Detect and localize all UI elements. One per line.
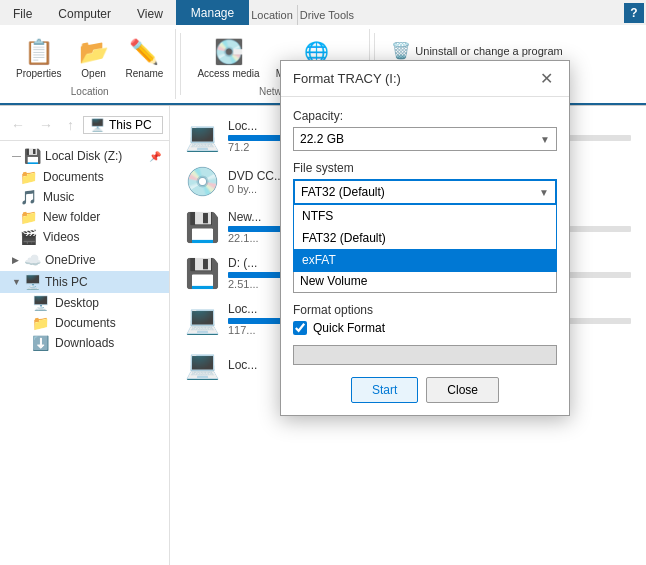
capacity-select[interactable]: 22.2 GB ▼ [293, 127, 557, 151]
filesystem-select-wrapper: FAT32 (Default) ▼ NTFS FAT32 (Default) e… [293, 179, 557, 205]
drive-loc2-icon: 💻 [185, 303, 220, 336]
fs-option-exfat[interactable]: exFAT [294, 249, 556, 271]
filesystem-select[interactable]: FAT32 (Default) ▼ [293, 179, 557, 205]
quick-format-label: Quick Format [313, 321, 385, 335]
expand-icon: — [12, 151, 24, 161]
dialog-body: Capacity: 22.2 GB ▼ File system FAT32 (D… [281, 97, 569, 415]
fs-option-exfat-label: exFAT [302, 253, 336, 267]
fs-option-fat32[interactable]: FAT32 (Default) [294, 227, 556, 249]
quick-format-checkbox[interactable] [293, 321, 307, 335]
this-pc-label: This PC [45, 275, 88, 289]
drive-tools-label: Drive Tools [297, 5, 356, 25]
up-button[interactable]: ↑ [62, 114, 79, 136]
back-button[interactable]: ← [6, 114, 30, 136]
close-button[interactable]: Close [426, 377, 499, 403]
music-label: Music [43, 190, 74, 204]
access-media-icon: 💽 [213, 36, 245, 68]
capacity-arrow-icon: ▼ [540, 134, 550, 145]
rename-icon: ✏️ [128, 36, 160, 68]
videos-label: Videos [43, 230, 79, 244]
new-folder-label: New folder [43, 210, 100, 224]
music-icon: 🎵 [20, 189, 37, 205]
sidebar-item-onedrive[interactable]: ▶ ☁️ OneDrive [0, 249, 169, 271]
tab-manage[interactable]: Manage [176, 0, 249, 25]
sidebar-item-documents2[interactable]: 📁 Documents [0, 313, 169, 333]
onedrive-label: OneDrive [45, 253, 96, 267]
ribbon-group-location: 📋 Properties 📂 Open ✏️ Rename Location [4, 29, 176, 99]
new-folder-icon: 📁 [20, 209, 37, 225]
volume-label-input[interactable] [293, 269, 557, 293]
onedrive-icon: ☁️ [24, 252, 41, 268]
format-options-label: Format options [293, 303, 557, 317]
help-button[interactable]: ? [624, 3, 644, 23]
capacity-select-wrapper: 22.2 GB ▼ [293, 127, 557, 151]
properties-button[interactable]: 📋 Properties [10, 33, 68, 82]
start-button[interactable]: Start [351, 377, 418, 403]
downloads-icon: ⬇️ [32, 335, 49, 351]
fs-option-ntfs-label: NTFS [302, 209, 333, 223]
sidebar-item-this-pc[interactable]: ▼ 🖥️ This PC [0, 271, 169, 293]
filesystem-value: FAT32 (Default) [301, 185, 385, 199]
open-icon: 📂 [78, 36, 110, 68]
documents-icon: 📁 [20, 169, 37, 185]
drive-loc-icon: 💻 [185, 120, 220, 153]
rename-button[interactable]: ✏️ Rename [120, 33, 170, 82]
rename-label: Rename [126, 68, 164, 79]
desktop-label: Desktop [55, 296, 99, 310]
path-text: This PC [109, 118, 152, 132]
dialog-title-bar: Format TRACY (I:) ✕ [281, 61, 569, 97]
forward-button[interactable]: → [34, 114, 58, 136]
sidebar: ← → ↑ 🖥️ This PC — 💾 Local Disk (Z:) 📌 📁… [0, 106, 170, 565]
properties-label: Properties [16, 68, 62, 79]
ribbon-tabs: File Computer View Manage Location Drive… [0, 0, 646, 25]
capacity-label: Capacity: [293, 109, 557, 123]
capacity-value: 22.2 GB [300, 132, 344, 146]
filesystem-dropdown: NTFS FAT32 (Default) exFAT [293, 205, 557, 272]
address-bar[interactable]: 🖥️ This PC [83, 116, 163, 134]
filesystem-group: File system FAT32 (Default) ▼ NTFS FAT32… [293, 161, 557, 205]
local-disk-z-label: Local Disk (Z:) [45, 149, 122, 163]
sidebar-item-music[interactable]: 🎵 Music [0, 187, 169, 207]
open-label: Open [81, 68, 105, 79]
drive-dvd-icon: 💿 [185, 165, 220, 198]
tab-file[interactable]: File [0, 2, 45, 25]
videos-icon: 🎬 [20, 229, 37, 245]
uninstall-icon: 🗑️ [391, 41, 411, 60]
sidebar-item-new-folder[interactable]: 📁 New folder [0, 207, 169, 227]
desktop-icon: 🖥️ [32, 295, 49, 311]
tab-computer[interactable]: Computer [45, 2, 124, 25]
access-media-button[interactable]: 💽 Access media [191, 33, 265, 82]
drive-d-icon: 💾 [185, 257, 220, 290]
sidebar-item-documents[interactable]: 📁 Documents [0, 167, 169, 187]
properties-icon: 📋 [23, 36, 55, 68]
location-group-label: Location [71, 84, 109, 97]
documents2-icon: 📁 [32, 315, 49, 331]
documents-label: Documents [43, 170, 104, 184]
sidebar-item-videos[interactable]: 🎬 Videos [0, 227, 169, 247]
dialog-title-text: Format TRACY (I:) [293, 71, 401, 86]
dialog-buttons: Start Close [293, 377, 557, 403]
sidebar-item-downloads[interactable]: ⬇️ Downloads [0, 333, 169, 353]
fs-option-ntfs[interactable]: NTFS [294, 205, 556, 227]
this-pc-icon: 🖥️ [24, 274, 41, 290]
nav-controls: ← → ↑ 🖥️ This PC [0, 110, 169, 141]
format-dialog: Format TRACY (I:) ✕ Capacity: 22.2 GB ▼ … [280, 60, 570, 416]
sidebar-item-desktop[interactable]: 🖥️ Desktop [0, 293, 169, 313]
separator-1 [180, 33, 181, 95]
downloads-label: Downloads [55, 336, 114, 350]
quick-format-group: Quick Format [293, 321, 557, 335]
filesystem-label: File system [293, 161, 557, 175]
documents2-label: Documents [55, 316, 116, 330]
local-disk-z-icon: 💾 [24, 148, 41, 164]
tab-view[interactable]: View [124, 2, 176, 25]
drive-new-vol-icon: 💾 [185, 211, 220, 244]
location-buttons: 📋 Properties 📂 Open ✏️ Rename [10, 31, 169, 84]
access-media-label: Access media [197, 68, 259, 79]
uninstall-button[interactable]: 🗑️ Uninstall or change a program [387, 39, 634, 62]
dialog-close-button[interactable]: ✕ [536, 69, 557, 88]
sidebar-item-local-disk-z[interactable]: — 💾 Local Disk (Z:) 📌 [0, 145, 169, 167]
pin-icon: 📌 [149, 151, 161, 162]
this-pc-expand-icon: ▼ [12, 277, 24, 287]
open-button[interactable]: 📂 Open [72, 33, 116, 82]
format-progress-bar [293, 345, 557, 365]
